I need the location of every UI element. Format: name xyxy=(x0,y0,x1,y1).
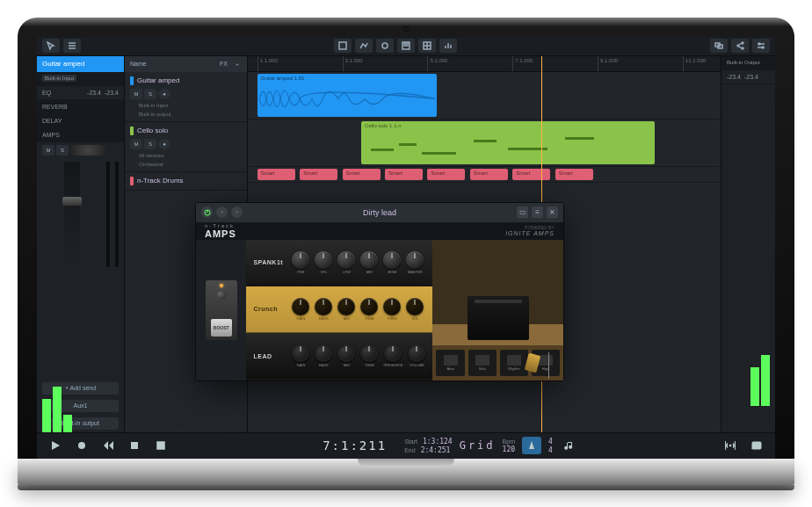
amp-knob[interactable] xyxy=(383,298,401,315)
laptop-camera xyxy=(403,26,409,32)
amp-knob[interactable] xyxy=(337,251,355,269)
db-readout-l: -23.4 xyxy=(87,90,101,96)
time-ruler[interactable]: 1.1.000 3.1.000 5.1.000 7.1.000 9.1.000 … xyxy=(248,56,721,72)
amp-knob[interactable] xyxy=(360,298,378,315)
add-fx-icon[interactable]: + xyxy=(233,60,242,69)
cab-preset[interactable]: Rhythm xyxy=(500,350,528,376)
amp-knob[interactable] xyxy=(337,298,355,315)
pedal-led-icon xyxy=(220,284,223,287)
plugin-menu-icon[interactable]: ≡ xyxy=(532,206,543,218)
arm-button[interactable]: ● xyxy=(158,89,170,99)
folder-icon[interactable]: ▭ xyxy=(517,206,528,218)
output-label[interactable]: Built-in Output xyxy=(721,56,775,70)
amp-knob[interactable] xyxy=(406,251,424,269)
loop-start[interactable]: 1:3:124 xyxy=(423,438,453,445)
amp-knob[interactable] xyxy=(292,298,309,315)
drum-clip[interactable]: Smart xyxy=(300,169,337,180)
amp-knob[interactable] xyxy=(315,344,332,362)
tempo[interactable]: 120 xyxy=(503,445,515,453)
plugin-preset-name[interactable]: Dirty lead xyxy=(246,208,513,217)
amp-knob[interactable] xyxy=(360,251,378,269)
plugin-next-icon[interactable]: › xyxy=(231,206,243,218)
amp-knob[interactable] xyxy=(315,251,332,269)
pedal-footswitch[interactable]: BOOST xyxy=(211,319,232,337)
mute-button[interactable]: M xyxy=(130,139,142,149)
loop-end[interactable]: 2:4:251 xyxy=(421,446,451,454)
eq-label: EQ xyxy=(42,90,51,96)
view-automation-icon[interactable] xyxy=(355,39,373,53)
inspector-track-name[interactable]: Guitar amped xyxy=(37,56,124,72)
amp-plugin-window[interactable]: ‹ › Dirty lead ▭ ≡ ✕ n-TrackAMPS POWERED… xyxy=(195,202,564,381)
screens-icon[interactable] xyxy=(710,39,728,53)
view-grid-icon[interactable] xyxy=(418,39,436,53)
rewind-button[interactable] xyxy=(98,437,118,454)
settings-icon[interactable] xyxy=(752,39,770,53)
amp-knob[interactable] xyxy=(360,344,378,362)
drum-clip[interactable]: Smart xyxy=(257,169,295,180)
view-piano-icon[interactable] xyxy=(397,39,415,53)
solo-button[interactable]: S xyxy=(56,145,69,156)
record-button[interactable] xyxy=(72,437,91,454)
mute-button[interactable]: M xyxy=(130,89,142,99)
fx-slot-amps[interactable]: AMPS xyxy=(37,128,124,142)
amp-knob[interactable] xyxy=(384,344,402,362)
drum-clip[interactable]: Smart xyxy=(427,169,465,180)
loop-button[interactable] xyxy=(151,437,170,454)
view-mixer-icon[interactable] xyxy=(376,39,394,53)
amp-knob[interactable] xyxy=(292,251,309,269)
cab-preset[interactable]: Solo xyxy=(468,350,497,376)
amp-knob[interactable] xyxy=(315,298,332,315)
amp-knob[interactable] xyxy=(408,344,425,362)
top-toolbar xyxy=(37,37,775,56)
track-row[interactable]: Cello solo MS● All devices Orchestral xyxy=(125,122,247,172)
view-levels-icon[interactable] xyxy=(439,39,457,53)
input-selector[interactable]: Built-in Input xyxy=(42,75,76,82)
pan-knob[interactable] xyxy=(70,145,105,156)
plugin-prev-icon[interactable]: ‹ xyxy=(216,206,228,218)
menu-icon[interactable] xyxy=(63,39,81,53)
plugin-close-icon[interactable]: ✕ xyxy=(547,206,558,218)
cab-preset[interactable]: Amp xyxy=(436,350,464,376)
broadcast-icon[interactable] xyxy=(721,437,740,454)
speaker-cabinet[interactable] xyxy=(468,296,529,340)
snap-mode[interactable]: Grid xyxy=(460,439,496,452)
amp-head-crunch[interactable]: Crunch GAIN BASS MID TREB PRES VOL xyxy=(246,286,432,333)
timesig-bot[interactable]: 4 xyxy=(548,446,553,454)
amp-head-lead[interactable]: LEAD GAIN BASS MID TREB PRESENCE VOLUME xyxy=(246,333,432,380)
fx-slot-delay[interactable]: DELAY xyxy=(37,114,124,128)
view-tracks-icon[interactable] xyxy=(334,39,352,53)
drum-clip[interactable]: Smart xyxy=(343,169,381,180)
drum-clip[interactable]: Smart xyxy=(385,169,423,180)
song-icon[interactable] xyxy=(560,437,579,454)
timesig-top[interactable]: 4 xyxy=(548,438,553,445)
share-icon[interactable] xyxy=(731,39,749,53)
audio-clip[interactable]: Guitar amped 1.01 xyxy=(257,74,437,117)
time-counter[interactable]: 7:1:211 xyxy=(312,438,397,453)
amp-knob[interactable] xyxy=(292,344,309,362)
drum-clip[interactable]: Smart xyxy=(470,169,508,180)
volume-fader[interactable] xyxy=(64,162,80,267)
amp-knob[interactable] xyxy=(383,251,401,269)
amp-head-clean[interactable]: SPANK1t PRE VOL LOW MID HIGH MASTER xyxy=(246,240,432,286)
pointer-tool-icon[interactable] xyxy=(42,39,60,53)
midi-clip[interactable]: Cello solo 1.1.n xyxy=(361,121,655,164)
amp-knob[interactable] xyxy=(406,298,424,315)
plugin-power-icon[interactable] xyxy=(201,206,213,218)
boost-pedal[interactable]: BOOST xyxy=(206,280,237,340)
track-row[interactable]: Guitar amped MS● Built-in Input Built-in… xyxy=(125,72,247,122)
solo-button[interactable]: S xyxy=(144,139,156,149)
cast-icon[interactable] xyxy=(747,437,766,454)
amp-knob[interactable] xyxy=(337,344,355,362)
pedal-knob[interactable] xyxy=(217,291,226,300)
track-row[interactable]: n-Track Drums xyxy=(125,172,247,191)
metronome-icon[interactable] xyxy=(522,437,541,454)
mute-button[interactable]: M xyxy=(42,145,54,156)
arm-button[interactable]: ● xyxy=(158,139,170,149)
solo-button[interactable]: S xyxy=(144,89,156,99)
fx-slot-reverb[interactable]: REVERB xyxy=(37,100,124,114)
play-button[interactable] xyxy=(46,437,65,454)
drum-clip[interactable]: Smart xyxy=(555,169,593,180)
drum-clip[interactable]: Smart xyxy=(512,169,550,180)
col-name: Name xyxy=(130,61,147,67)
stop-button[interactable] xyxy=(125,437,144,454)
